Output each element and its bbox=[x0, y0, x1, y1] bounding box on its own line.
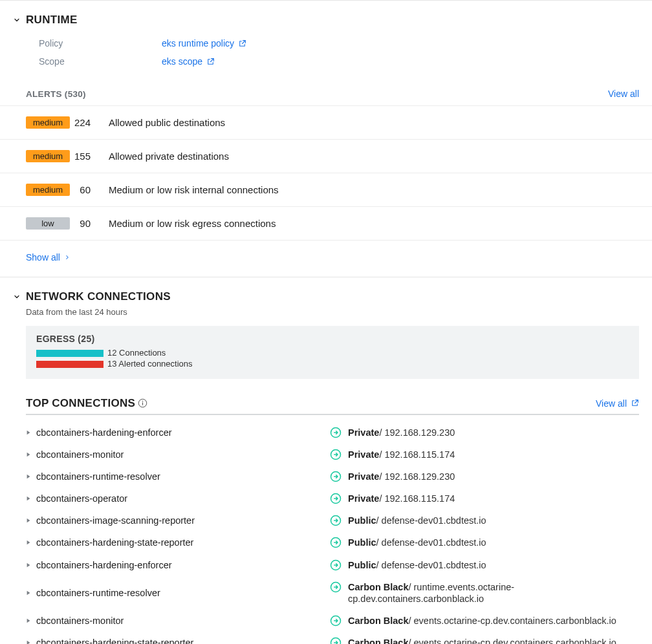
severity-badge: low bbox=[26, 217, 70, 230]
runtime-scope-row: Scope eks scope bbox=[39, 52, 652, 70]
view-all-text: View all bbox=[596, 398, 627, 409]
runtime-policy-row: Policy eks runtime policy bbox=[39, 34, 652, 52]
connection-destination: Public/ defense-dev01.cbdtest.io bbox=[348, 537, 486, 548]
direction-icon bbox=[330, 471, 342, 482]
runtime-title: RUNTIME bbox=[26, 14, 78, 27]
expand-triangle-icon[interactable] bbox=[26, 496, 31, 501]
policy-link-text: eks runtime policy bbox=[162, 38, 234, 48]
connection-row[interactable]: cbcontainers-hardening-state-reporterPub… bbox=[26, 531, 639, 553]
chevron-down-icon[interactable] bbox=[13, 293, 21, 301]
info-icon[interactable] bbox=[138, 398, 147, 408]
connection-destination: Private/ 192.168.115.174 bbox=[348, 493, 455, 504]
top-connections-list: cbcontainers-hardening-enforcerPrivate/ … bbox=[0, 415, 652, 644]
external-link-icon bbox=[206, 58, 215, 66]
top-connections-title-wrap: TOP CONNECTIONS bbox=[26, 397, 147, 410]
connection-source: cbcontainers-monitor bbox=[36, 449, 124, 460]
chevron-right-icon bbox=[64, 254, 71, 261]
connection-source: cbcontainers-runtime-resolver bbox=[36, 588, 160, 598]
bar-connections bbox=[36, 350, 103, 357]
connection-source: cbcontainers-runtime-resolver bbox=[36, 471, 160, 482]
connection-row[interactable]: cbcontainers-image-scanning-reporterPubl… bbox=[26, 510, 639, 531]
top-connections-view-all-link[interactable]: View all bbox=[596, 398, 639, 409]
expand-triangle-icon[interactable] bbox=[26, 540, 31, 545]
direction-icon bbox=[330, 449, 342, 460]
network-section: NETWORK CONNECTIONS Data from the last 2… bbox=[0, 277, 652, 644]
connection-destination: Private/ 192.168.115.174 bbox=[348, 449, 455, 460]
alerts-show-all-link[interactable]: Show all bbox=[0, 241, 71, 266]
severity-badge: medium bbox=[26, 116, 70, 129]
expand-triangle-icon[interactable] bbox=[26, 563, 31, 568]
alerts-title: ALERTS (530) bbox=[26, 89, 86, 99]
expand-triangle-icon[interactable] bbox=[26, 590, 31, 596]
alerts-view-all-link[interactable]: View all bbox=[608, 89, 639, 99]
runtime-section: RUNTIME Policy eks runtime policy Scope … bbox=[0, 0, 652, 277]
legend-alerted-text: 13 Alerted connections bbox=[107, 359, 193, 370]
scope-link[interactable]: eks scope bbox=[162, 56, 215, 67]
connection-row[interactable]: cbcontainers-runtime-resolverCarbon Blac… bbox=[26, 576, 639, 610]
connection-row[interactable]: cbcontainers-operatorPrivate/ 192.168.11… bbox=[26, 488, 639, 510]
direction-icon bbox=[330, 515, 342, 526]
alert-count: 90 bbox=[70, 218, 109, 229]
connection-row[interactable]: cbcontainers-monitorCarbon Black/ events… bbox=[26, 610, 639, 632]
direction-icon bbox=[330, 427, 342, 438]
external-link-icon bbox=[238, 39, 246, 48]
connection-destination: Public/ defense-dev01.cbdtest.io bbox=[348, 515, 486, 526]
external-link-icon bbox=[631, 399, 639, 407]
connection-row[interactable]: cbcontainers-hardening-enforcerPrivate/ … bbox=[26, 422, 639, 444]
legend-connections: 12 Connections bbox=[36, 348, 629, 359]
connection-destination: Carbon Black/ events.octarine-cp.dev.con… bbox=[348, 615, 616, 627]
alert-row[interactable]: medium60Medium or low risk internal conn… bbox=[0, 173, 652, 207]
connection-source: cbcontainers-monitor bbox=[36, 616, 124, 626]
expand-triangle-icon[interactable] bbox=[26, 474, 31, 479]
expand-triangle-icon[interactable] bbox=[26, 640, 31, 644]
direction-icon bbox=[330, 581, 342, 593]
severity-badge: medium bbox=[26, 150, 70, 162]
network-subtitle: Data from the last 24 hours bbox=[0, 306, 652, 317]
connection-destination: Carbon Black/ runtime.events.octarine-cp… bbox=[348, 581, 639, 605]
view-all-text: View all bbox=[608, 89, 639, 99]
connection-source: cbcontainers-image-scanning-reporter bbox=[36, 515, 195, 526]
runtime-kv-block: Policy eks runtime policy Scope eks scop… bbox=[0, 29, 652, 77]
expand-triangle-icon[interactable] bbox=[26, 618, 31, 623]
chevron-down-icon[interactable] bbox=[13, 16, 21, 24]
alert-count: 60 bbox=[70, 184, 109, 195]
alert-row[interactable]: medium155Allowed private destinations bbox=[0, 140, 652, 173]
policy-link[interactable]: eks runtime policy bbox=[162, 38, 246, 48]
expand-triangle-icon[interactable] bbox=[26, 430, 31, 435]
show-all-text: Show all bbox=[26, 252, 60, 263]
alerts-list: medium224Allowed public destinationsmedi… bbox=[0, 105, 652, 241]
connection-destination: Carbon Black/ events.octarine-cp.dev.con… bbox=[348, 637, 616, 644]
connection-destination: Private/ 192.168.129.230 bbox=[348, 471, 455, 482]
egress-title: EGRESS (25) bbox=[36, 334, 629, 344]
connection-row[interactable]: cbcontainers-runtime-resolverPrivate/ 19… bbox=[26, 466, 639, 488]
direction-icon bbox=[330, 537, 342, 548]
network-header: NETWORK CONNECTIONS bbox=[0, 290, 652, 306]
connection-row[interactable]: cbcontainers-hardening-enforcerPublic/ d… bbox=[26, 554, 639, 576]
connection-row[interactable]: cbcontainers-hardening-state-reporterCar… bbox=[26, 632, 639, 644]
alert-description: Medium or low risk internal connections bbox=[109, 184, 279, 195]
scope-link-text: eks scope bbox=[162, 56, 202, 67]
connection-source: cbcontainers-hardening-enforcer bbox=[36, 560, 172, 570]
scope-label: Scope bbox=[39, 56, 162, 67]
direction-icon bbox=[330, 615, 342, 627]
connection-row[interactable]: cbcontainers-monitorPrivate/ 192.168.115… bbox=[26, 444, 639, 466]
alert-row[interactable]: medium224Allowed public destinations bbox=[0, 105, 652, 140]
expand-triangle-icon[interactable] bbox=[26, 518, 31, 523]
severity-badge: medium bbox=[26, 184, 70, 196]
alert-count: 155 bbox=[70, 151, 109, 162]
bar-alerted bbox=[36, 361, 103, 368]
legend-connections-text: 12 Connections bbox=[107, 348, 166, 359]
alerts-header: ALERTS (530) View all bbox=[0, 77, 652, 105]
direction-icon bbox=[330, 559, 342, 571]
direction-icon bbox=[330, 637, 342, 644]
expand-triangle-icon[interactable] bbox=[26, 452, 31, 457]
top-connections-title: TOP CONNECTIONS bbox=[26, 397, 135, 410]
alert-row[interactable]: low90Medium or low risk egress connectio… bbox=[0, 207, 652, 241]
top-connections-header: TOP CONNECTIONS View all bbox=[26, 397, 639, 415]
connection-source: cbcontainers-operator bbox=[36, 493, 127, 504]
connection-destination: Private/ 192.168.129.230 bbox=[348, 427, 455, 438]
alert-description: Allowed private destinations bbox=[109, 151, 229, 162]
connection-source: cbcontainers-hardening-state-reporter bbox=[36, 537, 193, 548]
legend-alerted: 13 Alerted connections bbox=[36, 359, 629, 370]
policy-label: Policy bbox=[39, 38, 162, 48]
